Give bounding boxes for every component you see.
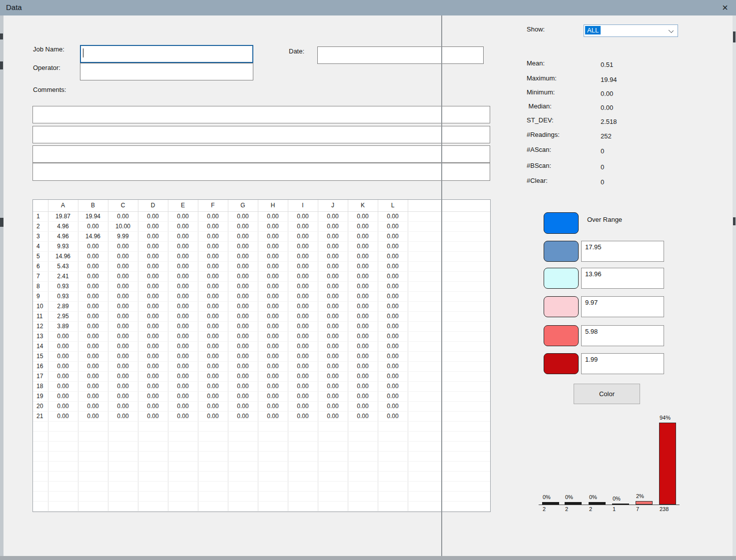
empty-cell[interactable] [318, 471, 348, 481]
table-cell[interactable]: 0.00 [198, 361, 228, 371]
table-cell[interactable]: 10.00 [108, 221, 138, 231]
table-cell[interactable]: 0.00 [228, 281, 258, 291]
table-cell[interactable]: 0.00 [318, 281, 348, 291]
table-cell[interactable]: 0.00 [198, 341, 228, 351]
table-cell[interactable]: 0.00 [288, 211, 318, 221]
empty-cell[interactable] [378, 481, 408, 491]
table-cell[interactable]: 0.00 [318, 381, 348, 391]
table-cell[interactable]: 0.00 [378, 231, 408, 241]
table-cell[interactable]: 0.00 [108, 341, 138, 351]
over-range-swatch[interactable] [544, 212, 579, 234]
table-cell[interactable]: 0.00 [258, 391, 288, 401]
table-cell[interactable]: 0.00 [108, 241, 138, 251]
empty-cell[interactable] [168, 451, 198, 461]
empty-cell[interactable] [138, 481, 168, 491]
empty-cell[interactable] [378, 451, 408, 461]
table-cell[interactable]: 19.87 [48, 211, 78, 221]
table-cell[interactable]: 2.95 [48, 311, 78, 321]
table-cell[interactable]: 0.00 [198, 301, 228, 311]
table-cell[interactable]: 0.93 [48, 291, 78, 301]
table-cell[interactable]: 0.00 [168, 241, 198, 251]
table-cell[interactable]: 0.00 [198, 271, 228, 281]
table-cell[interactable]: 0.00 [228, 401, 258, 411]
table-cell[interactable]: 0.00 [168, 401, 198, 411]
table-cell[interactable]: 0.00 [228, 331, 258, 341]
table-cell[interactable]: 0.00 [228, 341, 258, 351]
table-cell[interactable]: 0.00 [198, 251, 228, 261]
table-cell[interactable]: 0.00 [198, 401, 228, 411]
table-cell[interactable]: 0.00 [198, 391, 228, 401]
table-cell[interactable]: 0.00 [318, 261, 348, 271]
empty-cell[interactable] [258, 421, 288, 431]
table-cell[interactable]: 0.00 [108, 311, 138, 321]
table-cell[interactable]: 0.00 [48, 331, 78, 341]
date-input[interactable] [317, 46, 484, 64]
threshold-swatch[interactable] [544, 241, 579, 262]
table-cell[interactable]: 0.00 [318, 371, 348, 381]
table-cell[interactable]: 0.00 [378, 241, 408, 251]
table-cell[interactable]: 0.00 [378, 391, 408, 401]
empty-cell[interactable] [48, 451, 78, 461]
table-cell[interactable]: 0.00 [108, 251, 138, 261]
empty-cell[interactable] [318, 431, 348, 441]
table-cell[interactable]: 0.00 [228, 221, 258, 231]
empty-cell[interactable] [288, 431, 318, 441]
empty-cell[interactable] [168, 501, 198, 511]
table-cell[interactable]: 0.00 [318, 331, 348, 341]
empty-cell[interactable] [78, 471, 108, 481]
table-cell[interactable]: 0.00 [168, 331, 198, 341]
empty-cell[interactable] [108, 431, 138, 441]
table-cell[interactable]: 0.00 [138, 271, 168, 281]
table-cell[interactable]: 0.00 [108, 321, 138, 331]
empty-cell[interactable] [318, 501, 348, 511]
table-cell[interactable]: 0.00 [288, 241, 318, 251]
comment-box-1[interactable] [32, 106, 490, 123]
empty-cell[interactable] [168, 471, 198, 481]
table-cell[interactable]: 0.00 [138, 231, 168, 241]
table-cell[interactable]: 0.00 [138, 281, 168, 291]
table-cell[interactable]: 0.00 [318, 251, 348, 261]
threshold-input[interactable]: 1.99 [581, 353, 664, 374]
table-cell[interactable]: 0.00 [348, 251, 378, 261]
table-cell[interactable]: 0.00 [228, 291, 258, 301]
table-cell[interactable]: 0.00 [198, 411, 228, 421]
table-cell[interactable]: 0.00 [108, 291, 138, 301]
table-cell[interactable]: 0.00 [138, 321, 168, 331]
empty-cell[interactable] [108, 441, 138, 451]
table-cell[interactable]: 0.00 [378, 271, 408, 281]
empty-cell[interactable] [288, 461, 318, 471]
empty-cell[interactable] [168, 491, 198, 501]
empty-cell[interactable] [138, 471, 168, 481]
table-cell[interactable]: 0.00 [378, 261, 408, 271]
table-cell[interactable]: 0.00 [318, 311, 348, 321]
table-cell[interactable]: 0.00 [258, 351, 288, 361]
empty-cell[interactable] [138, 501, 168, 511]
table-cell[interactable]: 0.00 [168, 261, 198, 271]
table-cell[interactable]: 0.00 [378, 251, 408, 261]
empty-cell[interactable] [48, 441, 78, 451]
table-cell[interactable]: 0.00 [78, 241, 108, 251]
table-cell[interactable]: 0.00 [78, 401, 108, 411]
table-cell[interactable]: 0.00 [138, 371, 168, 381]
table-cell[interactable]: 0.00 [78, 391, 108, 401]
table-cell[interactable]: 0.00 [78, 271, 108, 281]
empty-cell[interactable] [198, 441, 228, 451]
empty-cell[interactable] [198, 421, 228, 431]
empty-cell[interactable] [78, 491, 108, 501]
table-cell[interactable]: 0.00 [228, 211, 258, 221]
table-cell[interactable]: 0.00 [348, 231, 378, 241]
table-cell[interactable]: 0.00 [228, 391, 258, 401]
table-cell[interactable]: 0.00 [258, 321, 288, 331]
empty-cell[interactable] [318, 491, 348, 501]
table-cell[interactable]: 14.96 [48, 251, 78, 261]
table-cell[interactable]: 0.00 [78, 311, 108, 321]
table-cell[interactable]: 0.00 [318, 351, 348, 361]
table-cell[interactable]: 0.00 [78, 411, 108, 421]
table-cell[interactable]: 0.00 [348, 271, 378, 281]
table-cell[interactable]: 0.00 [288, 381, 318, 391]
table-cell[interactable]: 0.00 [48, 391, 78, 401]
empty-cell[interactable] [378, 461, 408, 471]
table-cell[interactable]: 0.00 [378, 381, 408, 391]
table-cell[interactable]: 0.00 [138, 241, 168, 251]
empty-cell[interactable] [198, 471, 228, 481]
